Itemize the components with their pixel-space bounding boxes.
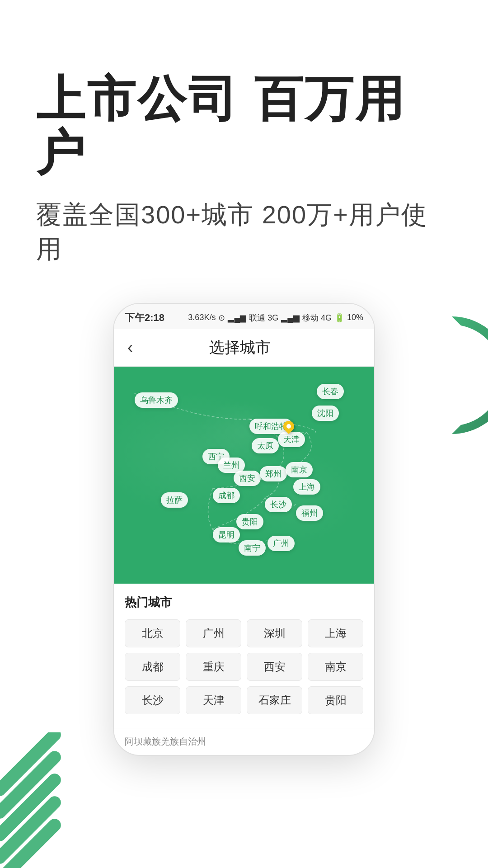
- map-city-南宁[interactable]: 南宁: [239, 540, 266, 556]
- map-city-拉萨[interactable]: 拉萨: [161, 492, 188, 508]
- map-city-上海[interactable]: 上海: [293, 479, 320, 495]
- map-city-长沙[interactable]: 长沙: [265, 497, 292, 512]
- city-button-北京[interactable]: 北京: [125, 619, 180, 647]
- carrier1: 联通 3G: [249, 312, 278, 323]
- city-button-长沙[interactable]: 长沙: [125, 686, 180, 714]
- map-city-沈阳[interactable]: 沈阳: [312, 406, 339, 421]
- battery-percent: 10%: [347, 313, 363, 322]
- map-city-西安[interactable]: 西安: [234, 471, 261, 486]
- map-city-南京[interactable]: 南京: [286, 462, 313, 477]
- city-button-上海[interactable]: 上海: [308, 619, 363, 647]
- city-footer: 阿坝藏族羌族自治州: [114, 728, 374, 755]
- map-city-广州[interactable]: 广州: [267, 536, 295, 551]
- phone-section: 下午2:18 3.63K/s ⊙ ▂▄▆ 联通 3G ▂▄▆ 移动 4G 🔋 1…: [0, 294, 488, 756]
- nav-title: 选择城市: [142, 337, 338, 358]
- cities-section: 热门城市 北京广州深圳上海成都重庆西安南京长沙天津石家庄贵阳: [114, 584, 374, 728]
- signal-bars: ▂▄▆: [228, 313, 246, 323]
- deco-stripes: [0, 732, 72, 868]
- signal-bars2: ▂▄▆: [281, 313, 300, 323]
- carrier2: 移动 4G: [302, 312, 332, 323]
- city-button-成都[interactable]: 成都: [125, 653, 180, 681]
- status-right: 3.63K/s ⊙ ▂▄▆ 联通 3G ▂▄▆ 移动 4G 🔋 10%: [188, 312, 363, 323]
- map-city-太原[interactable]: 太原: [252, 438, 279, 453]
- city-button-西安[interactable]: 西安: [247, 653, 302, 681]
- back-button[interactable]: ‹: [127, 338, 133, 357]
- deco-circle: [425, 307, 488, 443]
- city-button-重庆[interactable]: 重庆: [186, 653, 241, 681]
- hero-subtitle: 覆盖全国300+城市 200万+用户使用: [36, 198, 452, 267]
- status-time: 下午2:18: [125, 311, 164, 325]
- network-speed: 3.63K/s: [188, 313, 216, 322]
- city-button-天津[interactable]: 天津: [186, 686, 241, 714]
- cities-grid: 北京广州深圳上海成都重庆西安南京长沙天津石家庄贵阳: [125, 619, 363, 714]
- city-button-深圳[interactable]: 深圳: [247, 619, 302, 647]
- page-wrapper: 上市公司 百万用户 覆盖全国300+城市 200万+用户使用 下午2:18 3.…: [0, 0, 488, 868]
- map-city-昆明[interactable]: 昆明: [213, 527, 240, 542]
- city-button-贵阳[interactable]: 贵阳: [308, 686, 363, 714]
- map-city-成都[interactable]: 成都: [213, 488, 240, 503]
- city-button-广州[interactable]: 广州: [186, 619, 241, 647]
- wifi-icon: ⊙: [218, 313, 225, 323]
- nav-bar: ‹ 选择城市: [114, 329, 374, 367]
- map-pin-tianjin: [283, 421, 294, 435]
- map-city-郑州[interactable]: 郑州: [260, 466, 287, 481]
- city-button-石家庄[interactable]: 石家庄: [247, 686, 302, 714]
- phone-mockup: 下午2:18 3.63K/s ⊙ ▂▄▆ 联通 3G ▂▄▆ 移动 4G 🔋 1…: [113, 303, 375, 756]
- hero-title: 上市公司 百万用户: [36, 72, 452, 180]
- hero-section: 上市公司 百万用户 覆盖全国300+城市 200万+用户使用: [0, 0, 488, 294]
- map-city-福州[interactable]: 福州: [296, 505, 323, 521]
- map-city-长春[interactable]: 长春: [317, 384, 344, 399]
- map-container: 乌鲁木齐长春沈阳呼和浩特天津太原西宁兰州西安郑州南京上海成都长沙福州拉萨贵阳昆明…: [114, 367, 374, 584]
- city-button-南京[interactable]: 南京: [308, 653, 363, 681]
- map-city-贵阳[interactable]: 贵阳: [236, 514, 263, 529]
- battery-icon: 🔋: [334, 313, 344, 323]
- status-bar: 下午2:18 3.63K/s ⊙ ▂▄▆ 联通 3G ▂▄▆ 移动 4G 🔋 1…: [114, 304, 374, 329]
- popular-cities-title: 热门城市: [125, 594, 363, 610]
- map-city-乌鲁木齐[interactable]: 乌鲁木齐: [135, 392, 178, 408]
